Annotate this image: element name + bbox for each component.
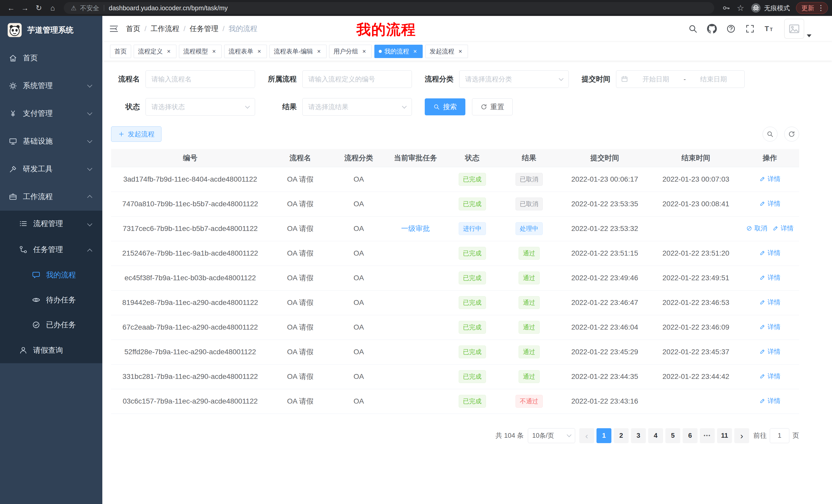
sidebar-item-leave-query[interactable]: 请假查询 [0,337,102,363]
tab-process-model[interactable]: 流程模型× [179,45,222,58]
row-actions: 详情 [740,290,799,315]
tab-process-form-edit[interactable]: 流程表单-编辑× [269,45,327,58]
page-button-5[interactable]: 5 [666,428,680,443]
goto-page-input[interactable] [770,428,789,443]
create-process-button[interactable]: 发起流程 [111,127,161,142]
detail-action[interactable]: 详情 [759,347,780,356]
sidebar-item-my-process[interactable]: 我的流程 [0,262,102,287]
page-button-11[interactable]: 11 [717,428,732,443]
sidebar-item-task-management[interactable]: 任务管理 [0,236,102,262]
close-icon[interactable]: × [315,48,322,55]
tab-user-group[interactable]: 用户分组× [329,45,372,58]
status-select[interactable]: 请选择状态 [146,98,255,116]
category-select[interactable]: 请选择流程分类 [459,71,569,88]
browser-home-icon[interactable]: ⌂ [47,2,59,14]
more-pages-button[interactable]: ••• [700,428,715,443]
close-icon[interactable]: × [457,48,464,55]
page-button-3[interactable]: 3 [631,428,646,443]
detail-action[interactable]: 详情 [759,372,780,381]
detail-action[interactable]: 详情 [772,224,794,232]
process-id: 819442e8-7b9a-11ec-a290-acde48001122 [111,290,269,315]
sidebar-item-done-tasks[interactable]: 已办任务 [0,312,102,337]
sidebar-item-home[interactable]: 首页 [0,44,102,72]
breadcrumb-item: 我的流程 [229,24,257,34]
help-icon[interactable] [726,24,736,34]
process-definition-input[interactable] [302,71,412,88]
tab-my-process[interactable]: 我的流程× [374,45,423,58]
menu-fold-icon[interactable] [109,24,119,34]
detail-action[interactable]: 详情 [759,199,780,208]
process-name: OA 请假 [269,364,331,389]
tab-home[interactable]: 首页 [110,45,131,58]
row-actions: 详情 [740,340,799,364]
page-button-4[interactable]: 4 [648,428,663,443]
page-button-1[interactable]: 1 [597,428,612,443]
tab-process-definition[interactable]: 流程定义× [134,45,176,58]
update-button[interactable]: 更新 ⋮ [796,2,828,14]
submit-time: 2022-01-22 23:53:35 [558,192,651,216]
sidebar-item-workflow[interactable]: 工作流程 [0,183,102,211]
page-button-6[interactable]: 6 [683,428,698,443]
pagination: 共 104 条 10条/页 ‹123456•••11› 前往 页 [111,428,799,443]
tab-start-process[interactable]: 发起流程× [425,45,468,58]
current-task-link[interactable]: 一级审批 [401,225,430,232]
process-category: OA [331,364,386,389]
cancel-action[interactable]: 取消 [746,224,767,232]
sidebar-item-process-management[interactable]: 流程管理 [0,211,102,236]
detail-action[interactable]: 详情 [759,175,780,183]
filter-process-label: 所属流程 [266,74,297,84]
end-time [651,216,741,241]
detail-action[interactable]: 详情 [759,298,780,306]
sidebar-item-todo-tasks[interactable]: 待办任务 [0,287,102,312]
fullscreen-icon[interactable] [745,24,755,34]
breadcrumb-separator: / [184,25,186,33]
page-button-2[interactable]: 2 [614,428,629,443]
sidebar-item-system-management[interactable]: 系统管理 [0,72,102,100]
search-toggle-button[interactable] [762,127,778,142]
submit-time-range-picker[interactable]: 开始日期 - 结束日期 [616,71,745,88]
tab-process-form[interactable]: 流程表单× [224,45,267,58]
prev-page-button[interactable]: ‹ [579,428,594,443]
address-bar[interactable]: ⚠ 不安全 dashboard.yudao.iocoder.cn/bpm/tas… [64,2,714,14]
sidebar-item-infrastructure[interactable]: 基础设施 [0,128,102,155]
key-icon[interactable] [723,4,730,12]
forward-icon[interactable]: → [19,2,31,14]
result-select[interactable]: 请选择流结果 [302,98,412,116]
reload-icon[interactable]: ↻ [33,2,45,14]
sidebar-item-dev-tools[interactable]: 研发工具 [0,155,102,183]
table-toolbar: 发起流程 [111,127,799,142]
breadcrumb-item[interactable]: 首页 [126,24,140,34]
detail-action[interactable]: 详情 [759,249,780,257]
close-icon[interactable]: × [412,48,418,55]
close-icon[interactable]: × [211,48,217,55]
submit-time: 2022-01-22 23:46:47 [558,290,651,315]
infra-icon [9,137,17,146]
breadcrumb-item[interactable]: 任务管理 [190,24,218,34]
close-icon[interactable]: × [361,48,367,55]
app-logo[interactable]: 芋道管理系统 [0,16,102,44]
refresh-table-button[interactable] [784,127,799,142]
kebab-menu-icon[interactable]: ⋮ [817,4,825,11]
detail-action[interactable]: 详情 [759,273,780,282]
sidebar-item-payment-management[interactable]: 支付管理 [0,100,102,128]
search-button[interactable]: 搜索 [425,99,465,115]
breadcrumb-item[interactable]: 工作流程 [151,24,179,34]
close-icon[interactable]: × [165,48,172,55]
close-icon[interactable]: × [256,48,262,55]
github-icon[interactable] [707,24,717,34]
reset-button[interactable]: 重置 [472,99,513,115]
detail-action[interactable]: 详情 [759,397,780,405]
process-name: OA 请假 [269,241,331,265]
process-name-input[interactable] [146,71,255,88]
font-size-icon[interactable]: TT [764,24,774,34]
status-tag: 已完成 [459,296,486,309]
end-time: 2022-01-23 00:08:41 [651,192,741,216]
search-icon[interactable] [688,24,698,34]
page-size-select[interactable]: 10条/页 [528,428,575,443]
star-icon[interactable]: ☆ [736,4,745,12]
user-icon [19,346,27,355]
user-avatar[interactable] [784,19,811,39]
next-page-button[interactable]: › [734,428,749,443]
back-icon[interactable]: ← [5,2,17,14]
detail-action[interactable]: 详情 [759,323,780,331]
